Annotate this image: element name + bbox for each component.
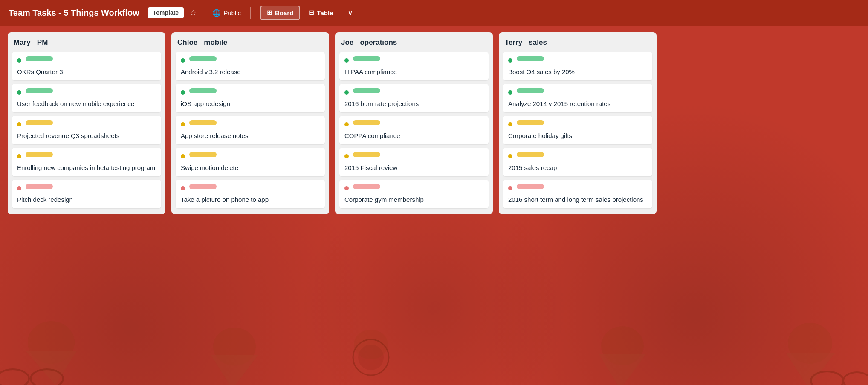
green-dot-icon (344, 58, 349, 63)
column-mary-pm: Mary - PMOKRs Quarter 3User feedback on … (8, 32, 165, 214)
star-icon[interactable]: ☆ (190, 8, 197, 17)
green-dot-icon (508, 90, 512, 95)
red-dot-icon (181, 186, 185, 190)
card-title: OKRs Quarter 3 (17, 67, 156, 76)
public-button[interactable]: 🌐 Public (209, 7, 244, 19)
card-title: App store release notes (181, 131, 320, 140)
red-dot-icon (508, 186, 512, 190)
card[interactable]: COPPA compliance (339, 116, 489, 144)
column-terry-sales: Terry - salesBoost Q4 sales by 20%Analyz… (499, 32, 657, 214)
green-badge (517, 88, 544, 93)
yellow-badge (353, 152, 380, 157)
yellow-dot-icon (17, 122, 21, 126)
red-badge (517, 184, 544, 189)
card-title: Pitch deck redesign (17, 195, 156, 204)
card-title: Android v.3.2 release (181, 67, 320, 76)
card[interactable]: Enrolling new companies in beta testing … (12, 148, 161, 176)
card[interactable]: iOS app redesign (176, 84, 325, 112)
card-title: iOS app redesign (181, 99, 320, 108)
card[interactable]: App store release notes (176, 116, 325, 144)
table-view-button[interactable]: ⊟ Table (302, 6, 340, 20)
card-title: Take a picture on phone to app (181, 195, 320, 204)
red-badge (189, 184, 217, 189)
separator (203, 7, 203, 19)
yellow-dot-icon (344, 154, 349, 158)
card[interactable]: Pitch deck redesign (12, 180, 161, 208)
yellow-badge (517, 120, 544, 125)
green-dot-icon (181, 90, 185, 95)
green-badge (189, 56, 217, 61)
yellow-badge (26, 120, 53, 125)
card-title: User feedback on new mobile experience (17, 99, 156, 108)
card[interactable]: Analyze 2014 v 2015 retention rates (503, 84, 652, 112)
green-badge (26, 88, 53, 93)
card[interactable]: User feedback on new mobile experience (12, 84, 161, 112)
card[interactable]: OKRs Quarter 3 (12, 52, 161, 80)
red-dot-icon (17, 186, 21, 190)
table-icon: ⊟ (309, 9, 314, 17)
column-chloe-mobile: Chloe - mobileAndroid v.3.2 releaseiOS a… (171, 32, 329, 214)
green-badge (353, 56, 380, 61)
yellow-dot-icon (508, 154, 512, 158)
red-dot-icon (344, 186, 349, 190)
card-title: Corporate gym membership (344, 195, 483, 204)
column-header-chloe-mobile: Chloe - mobile (176, 38, 325, 47)
card-title: 2015 sales recap (508, 163, 647, 172)
green-dot-icon (181, 58, 185, 63)
yellow-dot-icon (17, 154, 21, 158)
column-header-terry-sales: Terry - sales (503, 38, 652, 47)
card[interactable]: 2016 burn rate projections (339, 84, 489, 112)
card[interactable]: Android v.3.2 release (176, 52, 325, 80)
card[interactable]: Take a picture on phone to app (176, 180, 325, 208)
yellow-badge (189, 120, 217, 125)
separator-2 (250, 7, 251, 19)
board-icon: ⊞ (267, 9, 272, 17)
green-dot-icon (17, 58, 21, 63)
yellow-badge (353, 120, 380, 125)
yellow-badge (517, 152, 544, 157)
yellow-dot-icon (344, 122, 349, 126)
view-buttons: ⊞ Board ⊟ Table (260, 6, 340, 20)
card-title: 2016 burn rate projections (344, 99, 483, 108)
green-badge (189, 88, 217, 93)
board-view-button[interactable]: ⊞ Board (260, 6, 300, 20)
green-badge (26, 56, 53, 61)
red-badge (353, 184, 380, 189)
card[interactable]: 2016 short term and long term sales proj… (503, 180, 652, 208)
yellow-dot-icon (181, 154, 185, 158)
card-title: HIPAA compliance (344, 67, 483, 76)
green-dot-icon (344, 90, 349, 95)
card-title: 2015 Fiscal review (344, 163, 483, 172)
card-title: 2016 short term and long term sales proj… (508, 195, 647, 204)
green-badge (353, 88, 380, 93)
board-label: Board (275, 9, 293, 17)
column-header-joe-operations: Joe - operations (339, 38, 489, 47)
card[interactable]: HIPAA compliance (339, 52, 489, 80)
chevron-down-icon[interactable]: ∨ (347, 8, 353, 17)
card[interactable]: Corporate gym membership (339, 180, 489, 208)
card[interactable]: Corporate holiday gifts (503, 116, 652, 144)
toolbar: Team Tasks - 5 Things Workflow Template … (0, 0, 868, 26)
card[interactable]: 2015 Fiscal review (339, 148, 489, 176)
red-badge (26, 184, 53, 189)
board: Mary - PMOKRs Quarter 3User feedback on … (0, 26, 868, 221)
table-label: Table (317, 9, 333, 17)
card-title: Swipe motion delete (181, 163, 320, 172)
card-title: COPPA compliance (344, 131, 483, 140)
card-title: Boost Q4 sales by 20% (508, 67, 647, 76)
card[interactable]: 2015 sales recap (503, 148, 652, 176)
column-header-mary-pm: Mary - PM (12, 38, 161, 47)
card-title: Enrolling new companies in beta testing … (17, 163, 156, 172)
yellow-badge (189, 152, 217, 157)
card-title: Analyze 2014 v 2015 retention rates (508, 99, 647, 108)
public-label: Public (223, 9, 241, 17)
card-title: Corporate holiday gifts (508, 131, 647, 140)
card[interactable]: Boost Q4 sales by 20% (503, 52, 652, 80)
card[interactable]: Projected revenue Q3 spreadsheets (12, 116, 161, 144)
globe-icon: 🌐 (212, 9, 221, 17)
yellow-dot-icon (508, 122, 512, 126)
card[interactable]: Swipe motion delete (176, 148, 325, 176)
green-dot-icon (17, 90, 21, 95)
template-button[interactable]: Template (148, 7, 184, 18)
column-joe-operations: Joe - operationsHIPAA compliance2016 bur… (335, 32, 493, 214)
